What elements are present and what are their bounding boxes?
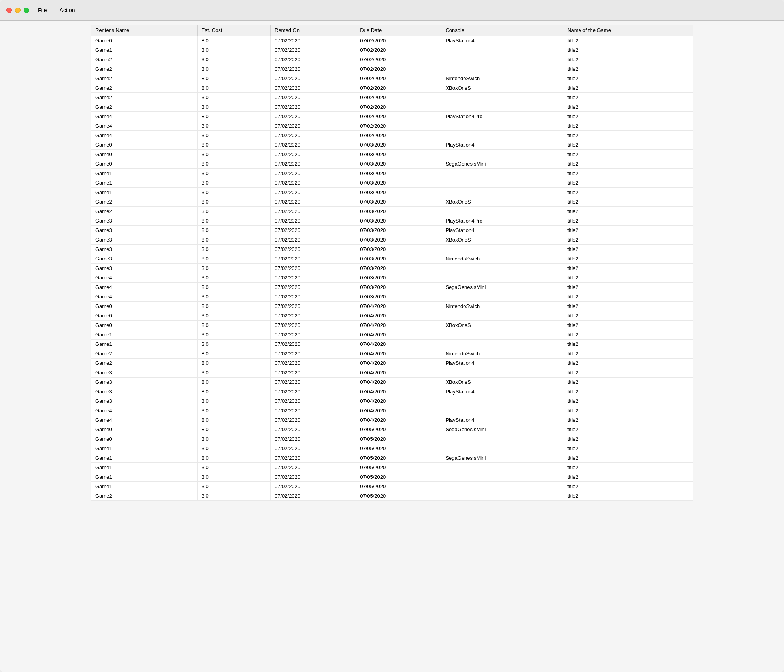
table-cell-34-1: 8.0 (197, 359, 270, 368)
table-row[interactable]: Game18.007/02/202007/05/2020SegaGenesisM… (91, 453, 693, 463)
table-row[interactable]: Game48.007/02/202007/02/2020PlayStation4… (91, 112, 693, 121)
table-row[interactable]: Game08.007/02/202007/03/2020PlayStation4… (91, 140, 693, 150)
table-row[interactable]: Game08.007/02/202007/04/2020XBoxOneStitl… (91, 321, 693, 330)
table-row[interactable]: Game08.007/02/202007/03/2020SegaGenesisM… (91, 159, 693, 169)
table-row[interactable]: Game13.007/02/202007/03/2020title2 (91, 169, 693, 178)
table-cell-2-1: 3.0 (197, 55, 270, 64)
table-row[interactable]: Game23.007/02/202007/02/2020title2 (91, 55, 693, 64)
close-button[interactable] (6, 8, 12, 13)
table-cell-10-0: Game4 (91, 131, 197, 140)
table-row[interactable]: Game13.007/02/202007/05/2020title2 (91, 463, 693, 472)
table-row[interactable]: Game23.007/02/202007/02/2020title2 (91, 102, 693, 112)
table-cell-12-0: Game0 (91, 150, 197, 159)
table-cell-40-4: PlayStation4 (441, 415, 564, 425)
table-cell-14-4 (441, 169, 564, 178)
table-row[interactable]: Game33.007/02/202007/04/2020title2 (91, 368, 693, 378)
table-cell-33-3: 07/04/2020 (356, 349, 441, 359)
table-row[interactable]: Game43.007/02/202007/03/2020title2 (91, 292, 693, 302)
table-row[interactable]: Game43.007/02/202007/02/2020title2 (91, 131, 693, 140)
table-row[interactable]: Game48.007/02/202007/03/2020SegaGenesisM… (91, 283, 693, 292)
table-row[interactable]: Game28.007/02/202007/02/2020NintendoSwic… (91, 74, 693, 83)
table-cell-38-5: title2 (564, 396, 693, 406)
table-cell-22-5: title2 (564, 245, 693, 254)
table-row[interactable]: Game13.007/02/202007/05/2020title2 (91, 472, 693, 482)
table-cell-4-4: NintendoSwich (441, 74, 564, 83)
table-cell-4-0: Game2 (91, 74, 197, 83)
table-cell-11-2: 07/02/2020 (271, 140, 356, 150)
table-row[interactable]: Game13.007/02/202007/05/2020title2 (91, 444, 693, 453)
table-cell-48-1: 3.0 (197, 491, 270, 501)
table-row[interactable]: Game43.007/02/202007/02/2020title2 (91, 121, 693, 131)
table-row[interactable]: Game28.007/02/202007/04/2020PlayStation4… (91, 359, 693, 368)
table-cell-8-3: 07/02/2020 (356, 112, 441, 121)
table-row[interactable]: Game08.007/02/202007/02/2020PlayStation4… (91, 36, 693, 45)
table-row[interactable]: Game03.007/02/202007/03/2020title2 (91, 150, 693, 159)
table-cell-31-3: 07/04/2020 (356, 330, 441, 340)
table-cell-20-1: 8.0 (197, 226, 270, 235)
table-row[interactable]: Game38.007/02/202007/03/2020NintendoSwic… (91, 254, 693, 264)
table-row[interactable]: Game38.007/02/202007/03/2020PlayStation4… (91, 216, 693, 226)
table-row[interactable]: Game08.007/02/202007/04/2020NintendoSwic… (91, 302, 693, 311)
table-row[interactable]: Game33.007/02/202007/03/2020title2 (91, 245, 693, 254)
table-cell-7-4 (441, 102, 564, 112)
table-cell-27-0: Game4 (91, 292, 197, 302)
table-cell-17-0: Game2 (91, 197, 197, 207)
table-row[interactable]: Game38.007/02/202007/03/2020PlayStation4… (91, 226, 693, 235)
table-row[interactable]: Game23.007/02/202007/03/2020title2 (91, 207, 693, 216)
table-cell-26-3: 07/03/2020 (356, 283, 441, 292)
table-cell-21-1: 8.0 (197, 235, 270, 245)
table-row[interactable]: Game28.007/02/202007/04/2020NintendoSwic… (91, 349, 693, 359)
table-row[interactable]: Game43.007/02/202007/03/2020title2 (91, 273, 693, 283)
table-cell-23-5: title2 (564, 254, 693, 264)
table-row[interactable]: Game33.007/02/202007/04/2020title2 (91, 396, 693, 406)
table-row[interactable]: Game13.007/02/202007/03/2020title2 (91, 188, 693, 197)
table-cell-47-2: 07/02/2020 (271, 482, 356, 491)
table-cell-42-5: title2 (564, 434, 693, 444)
table-cell-13-4: SegaGenesisMini (441, 159, 564, 169)
table-cell-43-4 (441, 444, 564, 453)
table-cell-46-5: title2 (564, 472, 693, 482)
table-cell-38-0: Game3 (91, 396, 197, 406)
table-row[interactable]: Game28.007/02/202007/02/2020XBoxOneStitl… (91, 83, 693, 93)
table-body: Game08.007/02/202007/02/2020PlayStation4… (91, 36, 693, 501)
table-row[interactable]: Game43.007/02/202007/04/2020title2 (91, 406, 693, 415)
table-row[interactable]: Game38.007/02/202007/04/2020PlayStation4… (91, 387, 693, 396)
table-row[interactable]: Game28.007/02/202007/03/2020XBoxOneStitl… (91, 197, 693, 207)
table-row[interactable]: Game23.007/02/202007/02/2020title2 (91, 64, 693, 74)
table-cell-16-0: Game1 (91, 188, 197, 197)
table-row[interactable]: Game03.007/02/202007/04/2020title2 (91, 311, 693, 321)
table-row[interactable]: Game23.007/02/202007/05/2020title2 (91, 491, 693, 501)
table-row[interactable]: Game33.007/02/202007/03/2020title2 (91, 264, 693, 273)
minimize-button[interactable] (15, 8, 21, 13)
table-cell-9-4 (441, 121, 564, 131)
table-row[interactable]: Game03.007/02/202007/05/2020title2 (91, 434, 693, 444)
action-menu[interactable]: Action (57, 6, 77, 15)
table-cell-24-0: Game3 (91, 264, 197, 273)
table-cell-42-2: 07/02/2020 (271, 434, 356, 444)
table-cell-30-4: XBoxOneS (441, 321, 564, 330)
table-row[interactable]: Game13.007/02/202007/04/2020title2 (91, 340, 693, 349)
table-row[interactable]: Game38.007/02/202007/03/2020XBoxOneStitl… (91, 235, 693, 245)
table-cell-1-1: 3.0 (197, 45, 270, 55)
table-cell-12-2: 07/02/2020 (271, 150, 356, 159)
table-cell-39-0: Game4 (91, 406, 197, 415)
file-menu[interactable]: File (36, 6, 49, 15)
title-bar: File Action (0, 0, 784, 21)
column-header-3: Due Date (356, 25, 441, 36)
table-cell-2-3: 07/02/2020 (356, 55, 441, 64)
table-row[interactable]: Game13.007/02/202007/05/2020title2 (91, 482, 693, 491)
table-cell-31-1: 3.0 (197, 330, 270, 340)
table-row[interactable]: Game38.007/02/202007/04/2020XBoxOneStitl… (91, 378, 693, 387)
data-table-container[interactable]: Renter's NameEst. CostRented OnDue DateC… (91, 25, 693, 501)
table-cell-11-3: 07/03/2020 (356, 140, 441, 150)
table-row[interactable]: Game48.007/02/202007/04/2020PlayStation4… (91, 415, 693, 425)
table-row[interactable]: Game08.007/02/202007/05/2020SegaGenesisM… (91, 425, 693, 434)
table-row[interactable]: Game13.007/02/202007/04/2020title2 (91, 330, 693, 340)
table-row[interactable]: Game13.007/02/202007/02/2020title2 (91, 45, 693, 55)
maximize-button[interactable] (24, 8, 29, 13)
table-row[interactable]: Game13.007/02/202007/03/2020title2 (91, 178, 693, 188)
table-cell-29-3: 07/04/2020 (356, 311, 441, 321)
table-cell-24-5: title2 (564, 264, 693, 273)
table-cell-17-2: 07/02/2020 (271, 197, 356, 207)
table-row[interactable]: Game23.007/02/202007/02/2020title2 (91, 93, 693, 102)
